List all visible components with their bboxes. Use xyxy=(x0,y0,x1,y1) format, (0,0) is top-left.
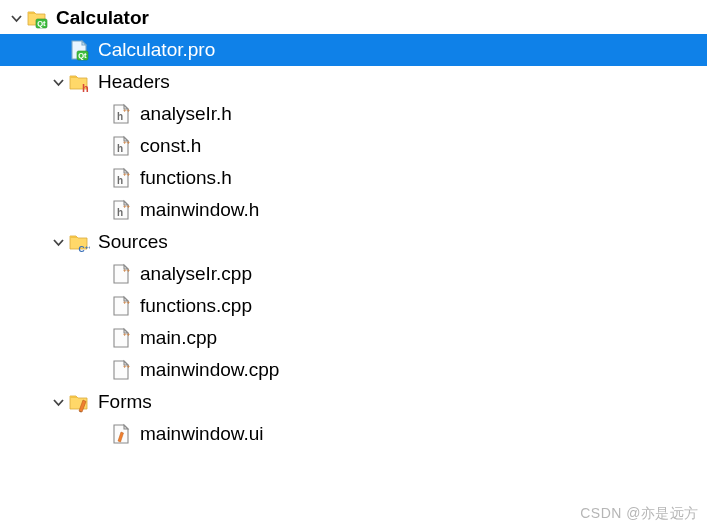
cpp-file-icon xyxy=(110,359,132,381)
tree-item-header-file[interactable]: mainwindow.h xyxy=(0,194,707,226)
tree-item-source-file[interactable]: analyseIr.cpp xyxy=(0,258,707,290)
tree-item-label: mainwindow.cpp xyxy=(138,359,279,381)
tree-item-sources-folder[interactable]: Sources xyxy=(0,226,707,258)
cpp-folder-icon xyxy=(68,231,90,253)
tree-item-label: functions.cpp xyxy=(138,295,252,317)
qt-project-folder-icon xyxy=(26,7,48,29)
cpp-file-icon xyxy=(110,327,132,349)
ui-file-icon xyxy=(110,423,132,445)
tree-item-label: functions.h xyxy=(138,167,232,189)
tree-item-label: mainwindow.h xyxy=(138,199,259,221)
tree-item-header-file[interactable]: functions.h xyxy=(0,162,707,194)
tree-item-label: main.cpp xyxy=(138,327,217,349)
form-folder-icon xyxy=(68,391,90,413)
project-tree[interactable]: Calculator Calculator.pro Headers analys… xyxy=(0,0,707,450)
tree-item-header-file[interactable]: const.h xyxy=(0,130,707,162)
h-file-icon xyxy=(110,103,132,125)
tree-item-source-file[interactable]: functions.cpp xyxy=(0,290,707,322)
tree-item-headers-folder[interactable]: Headers xyxy=(0,66,707,98)
tree-item-label: Headers xyxy=(96,71,170,93)
tree-item-label: Calculator.pro xyxy=(96,39,215,61)
tree-item-label: analyseIr.cpp xyxy=(138,263,252,285)
cpp-file-icon xyxy=(110,295,132,317)
tree-item-source-file[interactable]: mainwindow.cpp xyxy=(0,354,707,386)
tree-item-header-file[interactable]: analyseIr.h xyxy=(0,98,707,130)
h-file-icon xyxy=(110,167,132,189)
tree-item-label: analyseIr.h xyxy=(138,103,232,125)
tree-item-form-file[interactable]: mainwindow.ui xyxy=(0,418,707,450)
qt-pro-file-icon xyxy=(68,39,90,61)
chevron-down-icon[interactable] xyxy=(50,397,66,408)
tree-item-source-file[interactable]: main.cpp xyxy=(0,322,707,354)
tree-item-label: mainwindow.ui xyxy=(138,423,264,445)
chevron-down-icon[interactable] xyxy=(50,77,66,88)
watermark-text: CSDN @亦是远方 xyxy=(580,505,699,523)
tree-item-pro-file[interactable]: Calculator.pro xyxy=(0,34,707,66)
chevron-down-icon[interactable] xyxy=(8,13,24,24)
tree-item-label: Calculator xyxy=(54,7,149,29)
tree-item-label: Forms xyxy=(96,391,152,413)
tree-item-label: Sources xyxy=(96,231,168,253)
tree-item-label: const.h xyxy=(138,135,201,157)
h-file-icon xyxy=(110,199,132,221)
tree-item-forms-folder[interactable]: Forms xyxy=(0,386,707,418)
h-file-icon xyxy=(110,135,132,157)
tree-item-project-root[interactable]: Calculator xyxy=(0,2,707,34)
chevron-down-icon[interactable] xyxy=(50,237,66,248)
header-folder-icon xyxy=(68,71,90,93)
cpp-file-icon xyxy=(110,263,132,285)
